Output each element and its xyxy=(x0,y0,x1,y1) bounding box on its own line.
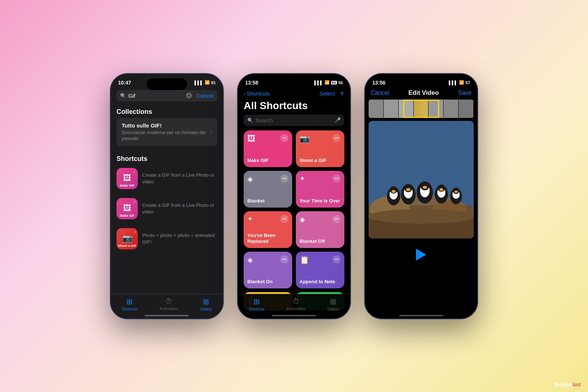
watermark-pocket: Pocket xyxy=(554,381,572,388)
home-indicator-1 xyxy=(145,315,189,316)
collection-subtitle: Scorciatoie moderne per un formato del p… xyxy=(122,130,210,142)
status-icons-3: ▌▌▌ 📶 57 xyxy=(449,80,470,85)
tab-gallery-1[interactable]: ⊞ Gallery xyxy=(200,297,212,311)
blanket-more-btn[interactable]: ••• xyxy=(280,175,288,183)
back-label-2: Shortcuts xyxy=(247,90,270,97)
make-gif-icon-1: 🖼 Make GIF ✓ xyxy=(116,168,138,189)
back-btn-2[interactable]: ‹ Shortcuts xyxy=(244,90,270,97)
ytio-more-btn[interactable]: ••• xyxy=(333,175,341,183)
battery-pct-1: 81 xyxy=(211,80,216,85)
shortcuts-header-1: Shortcuts xyxy=(111,152,223,165)
card-append-note[interactable]: 📋 ••• Append to Note xyxy=(296,252,344,288)
watermark: Pocketlint xyxy=(554,381,581,388)
dynamic-island-3 xyxy=(401,78,441,90)
tab-shortcuts-2[interactable]: ⊞ Shortcuts xyxy=(249,297,264,311)
card-blanket-off[interactable]: ◈ ••• Blanket Off xyxy=(296,211,344,248)
search-icon-1: 🔍 xyxy=(120,93,126,98)
card-top-ybr: ✦ ••• xyxy=(247,215,288,223)
tab-gallery-icon-2: ⊞ xyxy=(330,297,336,306)
cancel-btn-3[interactable]: Cancel xyxy=(371,90,389,96)
append-note-more-btn[interactable]: ••• xyxy=(333,255,341,263)
tab-gallery-icon-1: ⊞ xyxy=(203,297,209,306)
tab-automation-label-2: Automation xyxy=(287,307,305,311)
shortcut-list-item-1[interactable]: 🖼 Make GIF ✓ Create a GIF from a Live Ph… xyxy=(111,165,223,192)
make-gif-more-btn[interactable]: ••• xyxy=(280,134,288,142)
card-your-time-is-over[interactable]: ✦ ••• Your Time Is Over xyxy=(296,171,344,208)
video-preview xyxy=(369,121,474,238)
card-blanket[interactable]: ◈ ••• Blanket xyxy=(244,171,292,208)
svg-point-8 xyxy=(392,190,395,193)
svg-point-12 xyxy=(406,188,410,191)
shortcut-list-item-2[interactable]: 🖼 Make GIF ✓ Create a GIF from a Live Ph… xyxy=(111,195,223,222)
search-input-1[interactable]: Gif xyxy=(128,93,184,99)
card-top-shoot-gif: 📷 ••• xyxy=(300,134,341,144)
search-icon-2: 🔍 xyxy=(247,118,253,123)
ytio-card-name: Your Time Is Over xyxy=(300,198,341,204)
shortcut-list-item-3[interactable]: 📷 Shoot a GIF + Photo + photo + photo = … xyxy=(111,225,223,252)
make-gif-icon-symbol-1: 🖼 xyxy=(123,173,131,183)
tab-shortcuts-icon-1: ⊞ xyxy=(126,297,133,306)
ybr-more-btn[interactable]: ••• xyxy=(280,215,288,223)
dynamic-island-2 xyxy=(274,78,314,90)
ytio-card-icon: ✦ xyxy=(300,175,305,183)
search-bar-1[interactable]: 🔍 Gif ✕ Cancel xyxy=(116,90,217,101)
tab-shortcuts-label-1: Shortcuts xyxy=(122,307,137,311)
phone-2: 13:58 ▌▌▌ 📶 5G 56 ‹ Shortcuts Select + xyxy=(237,73,351,319)
phone-1: 10:47 ▌▌▌ 📶 81 🔍 Gif ✕ Cancel Collection… xyxy=(110,73,224,319)
mic-icon-2: 🎤 xyxy=(334,117,341,123)
collection-item[interactable]: Tutto sulle GIF! Scorciatoie moderne per… xyxy=(116,118,217,147)
card-top-blanket: ◈ ••• xyxy=(247,175,288,183)
card-shoot-gif[interactable]: 📷 ••• Shoot a GIF xyxy=(296,130,344,167)
make-gif-label-2: Make GIF xyxy=(120,214,135,217)
shoot-gif-icon-symbol: 📷 xyxy=(122,234,132,243)
strip-seg-1 xyxy=(369,100,384,118)
card-make-gif[interactable]: 🖼 ••• Make GIF xyxy=(244,130,292,167)
tab-automation-icon-2: ⏱ xyxy=(292,297,300,306)
card-youve-been-replaced[interactable]: ✦ ••• You've Been Replaced xyxy=(244,211,292,248)
tab-automation-2[interactable]: ⏱ Automation xyxy=(287,297,305,311)
cancel-btn-1[interactable]: Cancel xyxy=(196,93,214,99)
card-top-blanket-off: ◈ ••• xyxy=(300,215,341,224)
home-indicator-3 xyxy=(399,315,443,316)
shortcut-desc-3: Photo + photo + photo = animated GIF! xyxy=(142,232,217,245)
svg-point-20 xyxy=(440,188,443,191)
tab-automation-1[interactable]: ⏱ Automation xyxy=(159,297,178,311)
shoot-gif-card-icon: 📷 xyxy=(300,134,309,144)
phone-3: 13:56 ▌▌▌ 📶 57 Cancel Edit Video Save xyxy=(364,73,478,319)
blanket-off-card-icon: ◈ xyxy=(300,215,305,224)
card-blanket-on[interactable]: ◈ ••• Blanket On xyxy=(244,252,292,288)
blanket-off-more-btn[interactable]: ••• xyxy=(333,215,341,223)
blanket-on-more-btn[interactable]: ••• xyxy=(280,255,288,263)
collection-title: Tutto sulle GIF! xyxy=(122,122,210,129)
blanket-on-card-icon: ◈ xyxy=(247,255,253,264)
select-btn-2[interactable]: Select xyxy=(320,90,335,97)
ybr-card-icon: ✦ xyxy=(247,215,253,223)
shortcut-desc-1: Create a GIF from a Live Photo or video xyxy=(142,172,217,185)
save-btn-3[interactable]: Save xyxy=(458,90,472,96)
dynamic-island-1 xyxy=(147,78,187,90)
home-indicator-2 xyxy=(272,315,316,316)
shortcuts-search-2[interactable]: 🔍 Search 🎤 xyxy=(244,115,344,126)
make-gif-card-icon: 🖼 xyxy=(247,134,255,144)
shoot-gif-label: Shoot a GIF xyxy=(118,244,137,248)
video-timeline-strip[interactable] xyxy=(369,100,474,118)
play-btn-3[interactable] xyxy=(416,249,426,260)
nav-actions-2: Select + xyxy=(320,89,344,98)
card-top-append-note: 📋 ••• xyxy=(300,255,341,265)
tab-shortcuts-label-2: Shortcuts xyxy=(249,307,264,311)
search-clear-btn[interactable]: ✕ xyxy=(186,93,192,98)
shoot-gif-card-name: Shoot a GIF xyxy=(300,158,341,163)
add-shortcut-btn[interactable]: + xyxy=(340,89,344,98)
shoot-gif-more-btn[interactable]: ••• xyxy=(333,134,341,142)
tab-shortcuts-1[interactable]: ⊞ Shortcuts xyxy=(122,297,137,311)
blanket-card-icon: ◈ xyxy=(247,175,253,183)
plus-badge: + xyxy=(134,230,136,234)
make-gif-icon-symbol-2: 🖼 xyxy=(123,204,131,213)
tab-gallery-label-1: Gallery xyxy=(200,307,212,311)
tab-gallery-2[interactable]: ⊞ Gallery xyxy=(327,297,339,311)
ybr-card-name: You've Been Replaced xyxy=(247,233,288,244)
watermark-lint: lint xyxy=(573,381,581,388)
shoot-gif-icon: 📷 Shoot a GIF + xyxy=(116,228,138,249)
signal-icon-3: ▌▌▌ xyxy=(449,80,457,85)
checkmark-1: ✓ xyxy=(133,170,136,174)
